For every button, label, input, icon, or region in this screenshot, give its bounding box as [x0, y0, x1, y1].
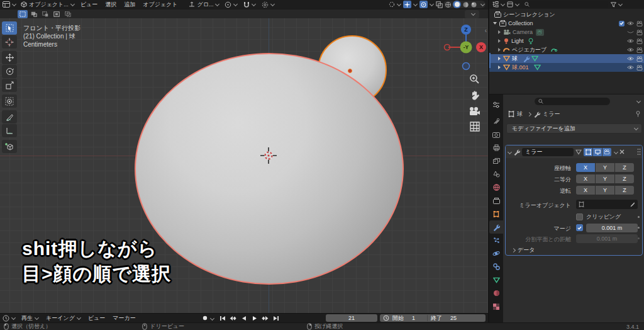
flip-z-button[interactable]: Z [615, 186, 634, 195]
viewport-3d[interactable]: フロント・平行投影 (21) Collection | 球 Centimeter… [0, 18, 488, 313]
tool-annotate[interactable] [2, 110, 17, 123]
hide-eye-toggle[interactable] [627, 47, 634, 52]
jump-next-keyframe-button[interactable] [260, 314, 270, 322]
orthographic-grid-button[interactable] [470, 122, 480, 132]
bisect-y-button[interactable]: Y [596, 174, 614, 183]
pan-hand-button[interactable] [470, 90, 480, 101]
render-camera-toggle[interactable] [636, 56, 643, 62]
tab-scene[interactable] [489, 168, 503, 181]
timeline-menu-marker[interactable]: マーカー [109, 314, 139, 322]
shading-material-button[interactable] [462, 1, 469, 8]
select-mode-extend-button[interactable] [29, 10, 39, 18]
render-camera-toggle[interactable] [636, 38, 643, 44]
merge-checkbox[interactable] [576, 224, 583, 231]
hide-eye-toggle[interactable] [627, 38, 634, 43]
animate-dot[interactable] [638, 216, 640, 218]
timeline-menu-keying[interactable]: キーイング [42, 314, 84, 322]
editor-type-button[interactable] [0, 1, 18, 8]
tab-world[interactable] [489, 181, 503, 194]
tab-object-data[interactable] [489, 273, 503, 287]
add-modifier-button[interactable]: モディファイアーを追加 [506, 123, 642, 134]
hide-eye-toggle-closed[interactable] [627, 30, 634, 35]
hide-eye-toggle[interactable] [627, 65, 634, 70]
zoom-button[interactable] [469, 74, 480, 84]
realtime-toggle[interactable] [593, 148, 602, 156]
render-camera-toggle[interactable] [636, 47, 643, 53]
tool-measure[interactable] [2, 124, 17, 137]
modifier-name-field[interactable]: ミラー [522, 148, 574, 156]
properties-search-input[interactable] [535, 98, 610, 105]
tab-view-layer[interactable] [489, 154, 503, 168]
tab-texture[interactable] [489, 300, 503, 313]
breadcrumb-object[interactable]: 球 [517, 110, 523, 118]
start-frame-field[interactable]: 1 [412, 315, 415, 321]
tool-cursor[interactable] [2, 35, 17, 48]
mode-dropdown[interactable]: オブジェクト... [18, 1, 77, 9]
tool-move[interactable] [2, 51, 17, 64]
auto-keying-button[interactable] [200, 314, 209, 322]
outliner-row-light[interactable]: Light [489, 37, 644, 45]
bisect-x-button[interactable]: X [576, 174, 595, 183]
gizmo-z-neg[interactable] [463, 63, 470, 70]
animate-dot[interactable] [638, 227, 640, 229]
outliner-row-bezier[interactable]: ベジエカーブ [489, 45, 644, 54]
options-dropdown[interactable] [465, 10, 479, 18]
drag-handle[interactable] [637, 148, 641, 156]
bisect-distance-field[interactable]: 0.001 m [576, 234, 638, 243]
tool-select-box[interactable] [2, 21, 17, 35]
modifier-extras-dropdown[interactable] [614, 149, 618, 154]
expand-arrow[interactable] [498, 39, 501, 43]
current-frame-field[interactable]: 21 [326, 314, 377, 322]
menu-view[interactable]: ビュー [77, 0, 101, 9]
xray-toggle[interactable] [436, 1, 443, 8]
tab-modifier-properties[interactable] [489, 220, 503, 234]
expand-arrow[interactable] [498, 65, 501, 69]
flip-x-button[interactable]: X [576, 186, 595, 195]
tool-rotate[interactable] [2, 65, 17, 78]
flip-y-button[interactable]: Y [596, 186, 614, 195]
outliner-row-sphere-001[interactable]: 球.001 [489, 63, 644, 72]
outliner-row-camera[interactable]: Camera [489, 28, 644, 37]
edit-mode-toggle[interactable] [584, 148, 592, 156]
select-mode-new-button[interactable] [18, 10, 28, 18]
hide-eye-toggle[interactable] [627, 21, 634, 26]
pivot-dropdown[interactable] [221, 1, 240, 8]
menu-add[interactable]: 追加 [120, 0, 139, 9]
tool-add-primitive[interactable] [2, 140, 17, 153]
select-mode-intersect-button[interactable] [63, 10, 73, 18]
timeline-menu-view[interactable]: ビュー [84, 314, 109, 322]
gizmo-toggle[interactable] [403, 1, 417, 8]
transform-orientation-dropdown[interactable]: グロ... [186, 1, 221, 9]
tab-output[interactable] [489, 141, 503, 154]
outliner-filter-button[interactable] [611, 2, 622, 8]
on-cage-toggle[interactable] [575, 149, 582, 155]
outliner-editor-type-button[interactable] [492, 1, 504, 8]
select-mode-invert-button[interactable] [52, 10, 62, 18]
menu-select[interactable]: 選択 [101, 0, 120, 9]
active-tool-dropdown[interactable] [389, 1, 401, 8]
axis-y-button[interactable]: Y [596, 163, 614, 172]
tab-constraints[interactable] [489, 260, 503, 273]
data-subpanel-header[interactable]: データ [512, 246, 535, 254]
clipping-checkbox[interactable] [576, 213, 583, 220]
expand-arrow[interactable] [493, 22, 497, 25]
tab-particles[interactable] [489, 234, 503, 247]
play-button[interactable] [250, 314, 259, 322]
animate-dot[interactable] [638, 237, 640, 239]
jump-prev-keyframe-button[interactable] [228, 314, 238, 322]
shading-wireframe-button[interactable] [445, 1, 452, 8]
tab-object-properties[interactable] [489, 207, 503, 220]
select-mode-subtract-button[interactable] [40, 10, 50, 18]
properties-options-dropdown[interactable] [636, 98, 641, 103]
mirror-object-field[interactable] [576, 200, 638, 209]
jump-to-start-button[interactable] [218, 314, 227, 322]
shading-solid-button[interactable] [453, 1, 461, 8]
collapse-arrow[interactable] [508, 149, 512, 154]
keying-set-dropdown[interactable] [210, 316, 214, 320]
tab-material[interactable] [489, 287, 503, 300]
outliner-search-input[interactable] [521, 1, 608, 8]
jump-to-end-button[interactable] [271, 314, 280, 322]
outliner-row-sphere-active[interactable]: 球 [489, 54, 644, 63]
timeline-menu-playback[interactable]: 再生 [18, 314, 42, 322]
render-camera-toggle[interactable] [636, 65, 643, 71]
